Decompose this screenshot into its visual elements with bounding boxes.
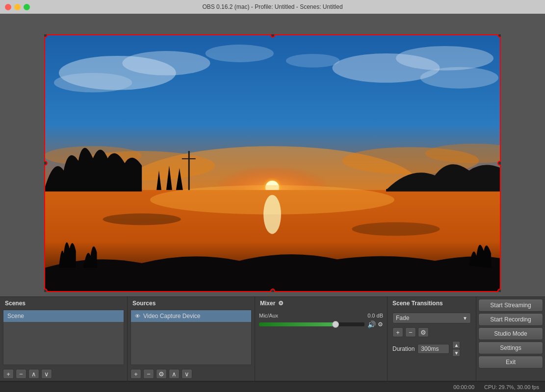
svg-point-24 xyxy=(103,214,181,225)
svg-point-7 xyxy=(206,45,274,62)
sources-up-button[interactable]: ∧ xyxy=(169,369,180,379)
svg-point-2 xyxy=(122,51,210,75)
svg-point-5 xyxy=(396,46,493,71)
svg-point-8 xyxy=(286,54,340,68)
scenes-list[interactable]: Scene xyxy=(3,310,124,365)
statusbar: 00:00:00 CPU: 29.7%, 30.00 fps xyxy=(0,381,545,392)
scene-name: Scene xyxy=(7,313,24,319)
svg-rect-22 xyxy=(188,151,190,190)
eye-icon: 👁 xyxy=(135,313,140,319)
mixer-panel: Mixer ⚙ Mic/Aux 0.0 dB 🔊 ⚙ xyxy=(255,297,388,381)
titlebar: OBS 0.16.2 (mac) - Profile: Untitled - S… xyxy=(0,0,545,14)
duration-input[interactable] xyxy=(417,344,449,354)
scenes-label: Scenes xyxy=(5,300,26,307)
duration-row: Duration ▲ ▼ xyxy=(392,341,471,357)
controls-panel: Start Streaming Start Recording Studio M… xyxy=(476,297,545,381)
transitions-label: Scene Transitions xyxy=(392,300,443,307)
list-item[interactable]: Scene xyxy=(3,310,124,322)
transitions-panel: Scene Transitions Fade ▼ + − ⚙ Duration xyxy=(388,297,476,381)
svg-point-25 xyxy=(352,222,440,236)
transitions-content: Fade ▼ + − ⚙ Duration ▲ ▼ xyxy=(388,310,476,360)
chevron-down-icon: ▼ xyxy=(463,316,467,321)
studio-mode-button[interactable]: Studio Mode xyxy=(478,327,543,340)
channel-level: 0.0 dB xyxy=(367,313,383,318)
fade-select-row: Fade ▼ xyxy=(392,313,471,323)
scenes-add-button[interactable]: + xyxy=(3,369,14,379)
add-remove-row: + − ⚙ xyxy=(392,327,471,337)
scenes-header: Scenes xyxy=(0,297,127,310)
duration-down-button[interactable]: ▼ xyxy=(452,349,460,357)
transition-value: Fade xyxy=(396,315,409,321)
channel-settings-icon[interactable]: ⚙ xyxy=(378,321,383,328)
sources-panel: Sources 👁 Video Capture Device + − ⚙ ∧ ∨ xyxy=(128,297,255,381)
scenes-up-button[interactable]: ∧ xyxy=(28,369,39,379)
start-recording-button[interactable]: Start Recording xyxy=(478,313,543,326)
fader-thumb[interactable] xyxy=(332,321,339,328)
exit-button[interactable]: Exit xyxy=(478,356,543,368)
sources-toolbar: + − ⚙ ∧ ∨ xyxy=(128,367,255,381)
bottom-panel: Scenes Scene + − ∧ ∨ Sources 👁 xyxy=(0,296,545,392)
svg-rect-20 xyxy=(44,189,142,192)
svg-point-19 xyxy=(263,195,281,234)
close-button[interactable] xyxy=(5,4,11,10)
transition-settings-button[interactable]: ⚙ xyxy=(418,327,429,337)
transitions-header: Scene Transitions xyxy=(388,297,476,310)
traffic-lights xyxy=(5,4,30,10)
duration-label: Duration xyxy=(392,345,415,352)
panels-row: Scenes Scene + − ∧ ∨ Sources 👁 xyxy=(0,297,545,381)
settings-button[interactable]: Settings xyxy=(478,342,543,354)
sources-label: Sources xyxy=(132,300,156,307)
sources-add-button[interactable]: + xyxy=(130,369,141,379)
mute-icon[interactable]: 🔊 xyxy=(367,320,376,328)
channel-name: Mic/Aux xyxy=(259,313,278,318)
start-streaming-button[interactable]: Start Streaming xyxy=(478,299,543,312)
source-name: Video Capture Device xyxy=(143,313,201,319)
sources-down-button[interactable]: ∨ xyxy=(182,369,192,379)
maximize-button[interactable] xyxy=(24,4,30,10)
mixer-label: Mixer xyxy=(260,300,275,307)
transition-add-button[interactable]: + xyxy=(392,327,403,337)
svg-point-3 xyxy=(54,73,132,93)
fader-track[interactable] xyxy=(259,322,364,326)
duration-up-button[interactable]: ▲ xyxy=(452,341,460,349)
minimize-button[interactable] xyxy=(14,4,21,10)
sources-list[interactable]: 👁 Video Capture Device xyxy=(130,310,252,365)
scenes-down-button[interactable]: ∨ xyxy=(41,369,52,379)
svg-rect-21 xyxy=(386,189,501,192)
scenes-remove-button[interactable]: − xyxy=(16,369,26,379)
mixer-channel: Mic/Aux 0.0 dB 🔊 ⚙ xyxy=(255,310,387,331)
sources-remove-button[interactable]: − xyxy=(143,369,154,379)
preview-area xyxy=(0,14,545,296)
preview-canvas xyxy=(43,33,502,293)
window-title: OBS 0.16.2 (mac) - Profile: Untitled - S… xyxy=(202,3,342,10)
svg-point-6 xyxy=(420,67,498,89)
timecode: 00:00:00 xyxy=(453,384,474,390)
mixer-header: Mixer ⚙ xyxy=(255,297,387,310)
svg-rect-23 xyxy=(182,158,196,159)
sources-settings-button[interactable]: ⚙ xyxy=(156,369,167,379)
list-item[interactable]: 👁 Video Capture Device xyxy=(131,310,251,322)
scenes-panel: Scenes Scene + − ∧ ∨ xyxy=(0,297,128,381)
transition-remove-button[interactable]: − xyxy=(405,327,416,337)
scenes-toolbar: + − ∧ ∨ xyxy=(0,367,127,381)
mixer-settings-icon[interactable]: ⚙ xyxy=(278,300,284,307)
sources-header: Sources xyxy=(128,297,255,310)
cpu-info: CPU: 29.7%, 30.00 fps xyxy=(484,384,539,390)
transition-select[interactable]: Fade ▼ xyxy=(392,313,471,323)
fader-fill xyxy=(259,322,338,326)
duration-spinner: ▲ ▼ xyxy=(452,341,460,357)
